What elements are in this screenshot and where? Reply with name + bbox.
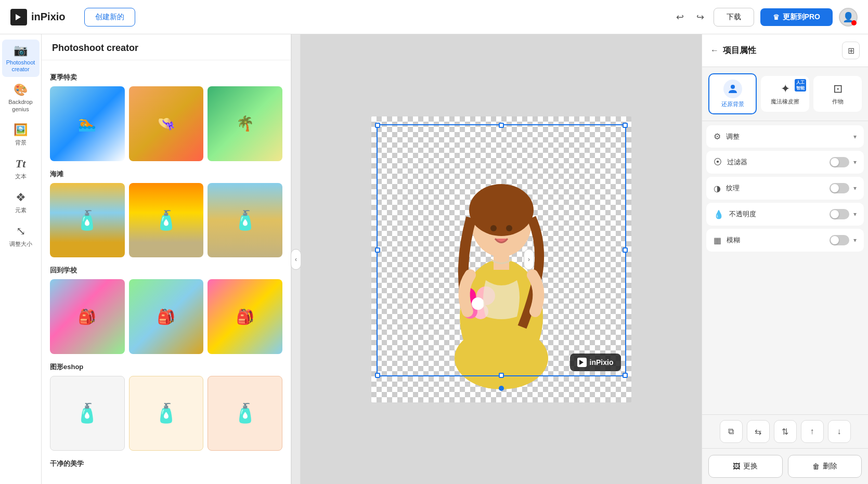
canvas-container: inPixio <box>371 116 631 402</box>
crop-button[interactable]: ⊡ 作物 <box>813 76 862 112</box>
filter-toggle-knob <box>831 158 839 166</box>
move-up-button[interactable]: ↑ <box>801 420 824 443</box>
thumb-summer-1[interactable]: 🏊 <box>50 86 125 161</box>
copy-button[interactable]: ⧉ <box>720 420 743 443</box>
prop-opacity[interactable]: 💧 不透明度 ▾ <box>706 203 864 226</box>
watermark-text: inPixio <box>590 358 614 367</box>
summer-grid: 🏊 👒 🌴 <box>50 86 282 161</box>
person-svg <box>418 129 585 389</box>
down-icon: ↓ <box>837 427 841 436</box>
section-title-minimal: 干净的美学 <box>50 459 282 468</box>
layers-button[interactable]: ⊞ <box>842 42 860 59</box>
undo-button[interactable]: ↩ <box>673 8 687 26</box>
thumb-eshop-1[interactable]: 🧴 <box>50 376 125 451</box>
backdrop-label: Backdropgenius <box>8 99 32 112</box>
texture-label: 纹理 <box>726 184 830 193</box>
thumb-eshop-1-content: 🧴 <box>50 376 124 450</box>
right-panel-title-text: 项目属性 <box>723 45 756 56</box>
tool-buttons-row: 还原背景 人工智能 ✦ 魔法橡皮擦 ⊡ 作物 <box>702 67 868 121</box>
thumb-school-2[interactable]: 🎒 <box>129 279 204 354</box>
resize-icon: ⤡ <box>16 225 25 238</box>
sidebar-item-text[interactable]: Tt 文本 <box>2 153 40 185</box>
texture-toggle[interactable] <box>830 183 849 193</box>
delete-icon: 🗑 <box>812 462 820 470</box>
sidebar-item-resize[interactable]: ⤡ 调整大小 <box>2 220 40 252</box>
avatar-notification-dot <box>851 20 857 25</box>
thumb-eshop-3[interactable]: 🧴 <box>208 376 282 451</box>
photoshoot-panel: Photoshoot creator 夏季特卖 🏊 👒 🌴 海滩 🧴 <box>42 34 291 484</box>
filter-expand-icon: ▾ <box>853 159 857 166</box>
eraser-label: 魔法橡皮擦 <box>771 98 799 106</box>
restore-icon <box>723 80 742 98</box>
up-icon: ↑ <box>810 427 814 436</box>
background-label: 背景 <box>15 139 27 147</box>
action-buttons-row: ⧉ ⇆ ⇅ ↑ ↓ <box>702 414 868 448</box>
redo-button[interactable]: ↪ <box>693 8 707 26</box>
texture-toggle-knob <box>831 184 839 192</box>
crop-label: 作物 <box>832 98 844 106</box>
thumb-beach-2[interactable]: 🧴 <box>129 183 204 258</box>
filter-toggle[interactable] <box>830 157 849 167</box>
thumb-summer-3-content: 🌴 <box>208 86 282 161</box>
background-icon: 🖼️ <box>14 123 28 137</box>
header-icons: ↩ ↪ 下载 ♛ 更新到PRO 👤 <box>673 8 858 27</box>
thumb-beach-3[interactable]: 🧴 <box>208 183 282 258</box>
opacity-toggle[interactable] <box>830 209 849 219</box>
panel-title: Photoshoot creator <box>42 34 291 60</box>
sidebar-item-elements[interactable]: ❖ 元素 <box>2 187 40 218</box>
section-title-school: 回到学校 <box>50 266 282 275</box>
prop-filter[interactable]: ⦿ 过滤器 ▾ <box>706 151 864 174</box>
copy-icon: ⧉ <box>728 427 734 436</box>
magic-eraser-button[interactable]: 人工智能 ✦ 魔法橡皮擦 <box>761 76 809 112</box>
move-down-button[interactable]: ↓ <box>828 420 851 443</box>
section-title-summer: 夏季特卖 <box>50 73 282 82</box>
prop-adjust[interactable]: ⚙ 调整 ▾ <box>706 125 864 148</box>
resize-label: 调整大小 <box>9 240 32 248</box>
delete-label: 删除 <box>823 462 837 471</box>
download-button[interactable]: 下载 <box>714 8 754 27</box>
right-panel-header: ← 项目属性 ⊞ <box>702 34 868 67</box>
filter-icon: ⦿ <box>714 158 722 167</box>
thumb-school-1[interactable]: 🎒 <box>50 279 125 354</box>
properties-list: ⚙ 调整 ▾ ⦿ 过滤器 ▾ ◑ 纹理 <box>702 121 868 414</box>
texture-icon: ◑ <box>714 184 721 193</box>
panel-divider: ‹ <box>291 34 301 484</box>
sidebar-item-photoshoot[interactable]: 📷 Photoshootcreator <box>2 40 40 77</box>
user-avatar[interactable]: 👤 <box>839 8 858 27</box>
sidebar-item-backdrop[interactable]: 🎨 Backdropgenius <box>2 79 40 116</box>
opacity-toggle-knob <box>831 210 839 218</box>
thumb-beach-3-content: 🧴 <box>208 183 282 258</box>
prop-blur[interactable]: ▦ 模糊 ▾ <box>706 229 864 252</box>
svg-point-6 <box>490 225 497 231</box>
adjust-label: 调整 <box>726 132 853 141</box>
back-icon[interactable]: ← <box>710 46 719 55</box>
filter-label: 过滤器 <box>727 158 830 167</box>
svg-point-2 <box>455 327 548 389</box>
tool-sidebar: 📷 Photoshootcreator 🎨 Backdropgenius 🖼️ … <box>0 34 42 484</box>
thumb-eshop-2-content: 🧴 <box>129 376 203 450</box>
panel-collapse-button[interactable]: ‹ <box>291 249 301 270</box>
thumb-summer-2[interactable]: 👒 <box>129 86 204 161</box>
adjust-right: ▾ <box>853 133 857 140</box>
right-panel-collapse-button[interactable]: › <box>524 249 534 270</box>
thumb-eshop-2[interactable]: 🧴 <box>129 376 204 451</box>
thumb-summer-3[interactable]: 🌴 <box>208 86 282 161</box>
blur-toggle-knob <box>831 236 839 244</box>
prop-texture[interactable]: ◑ 纹理 ▾ <box>706 177 864 200</box>
opacity-label: 不透明度 <box>729 210 830 219</box>
sidebar-item-background[interactable]: 🖼️ 背景 <box>2 119 40 151</box>
svg-point-13 <box>472 297 484 310</box>
pro-button[interactable]: ♛ 更新到PRO <box>760 8 833 26</box>
eraser-icon: ✦ <box>781 82 790 96</box>
flip-v-button[interactable]: ⇅ <box>774 420 797 443</box>
restore-bg-button[interactable]: 还原背景 <box>708 73 757 114</box>
svg-rect-5 <box>494 252 509 270</box>
blur-toggle[interactable] <box>830 235 849 245</box>
thumb-school-3[interactable]: 🎒 <box>208 279 282 354</box>
delete-button[interactable]: 🗑 删除 <box>788 455 862 478</box>
replace-button[interactable]: 🖼 更换 <box>708 455 783 478</box>
flip-h-button[interactable]: ⇆ <box>747 420 770 443</box>
create-new-button[interactable]: 创建新的 <box>84 8 135 27</box>
texture-right: ▾ <box>830 183 857 193</box>
thumb-beach-1[interactable]: 🧴 <box>50 183 125 258</box>
